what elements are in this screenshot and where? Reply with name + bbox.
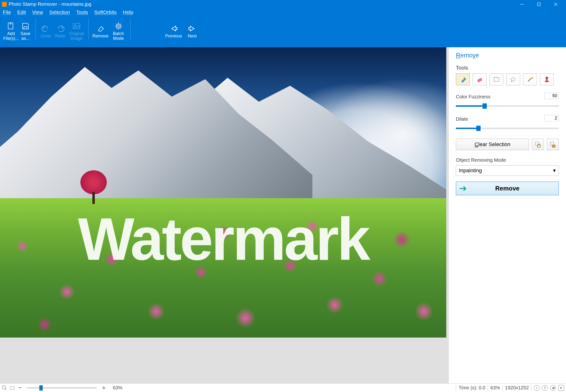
rectangle-icon xyxy=(493,76,500,83)
svg-rect-25 xyxy=(545,81,549,82)
save-icon xyxy=(21,22,30,30)
youtube-icon[interactable] xyxy=(558,385,564,391)
svg-rect-21 xyxy=(477,78,482,82)
clear-selection-button[interactable]: Clear Selection xyxy=(456,139,529,150)
zoom-icon[interactable] xyxy=(2,385,7,391)
fit-icon[interactable] xyxy=(10,385,15,391)
image-canvas[interactable]: Watermark xyxy=(0,47,448,383)
lasso-tool[interactable] xyxy=(506,73,520,85)
remove-ribbon-button[interactable]: Remove xyxy=(91,23,109,40)
svg-point-27 xyxy=(545,77,548,79)
menu-tools[interactable]: Tools xyxy=(76,9,88,15)
svg-line-24 xyxy=(528,78,531,81)
statusbar: − + 63% Time (s): 0.0 63% 1920x1252 i f xyxy=(0,383,566,392)
svg-line-18 xyxy=(120,24,121,25)
zoom-out-button[interactable]: − xyxy=(17,384,23,392)
menu-selection[interactable]: Selection xyxy=(49,9,70,15)
svg-point-23 xyxy=(511,81,512,82)
marker-tool[interactable] xyxy=(456,73,470,85)
window-controls xyxy=(514,0,564,8)
menu-file[interactable]: File xyxy=(3,9,11,15)
chevron-down-icon: ▾ xyxy=(553,168,556,174)
object-removing-mode-select[interactable]: Inpainting ▾ xyxy=(456,165,559,176)
svg-line-31 xyxy=(5,389,7,390)
maximize-button[interactable] xyxy=(530,0,547,8)
svg-line-17 xyxy=(120,28,121,28)
image-dimensions: 1920x1252 xyxy=(505,385,529,391)
undo-button[interactable]: Undo xyxy=(39,23,53,40)
gear-icon xyxy=(114,22,123,30)
sidebar: Remove Tools Color Fuzziness 50 Dilate 2 xyxy=(448,47,566,383)
color-fuzziness-label: Color Fuzziness xyxy=(456,94,490,99)
svg-rect-7 xyxy=(24,27,27,29)
dilate-value[interactable]: 2 xyxy=(544,115,559,121)
color-fuzziness-slider[interactable] xyxy=(456,105,559,107)
previous-button[interactable]: Previous xyxy=(162,23,185,40)
stamp-icon xyxy=(543,76,551,83)
save-as-button[interactable]: Save as... xyxy=(18,20,33,42)
redo-icon xyxy=(56,24,65,33)
rectangle-select-tool[interactable] xyxy=(489,73,503,85)
add-file-icon xyxy=(7,22,15,30)
undo-icon xyxy=(42,24,50,33)
svg-rect-20 xyxy=(461,78,466,82)
svg-rect-1 xyxy=(538,3,540,6)
tool-row xyxy=(456,73,559,85)
menubar: File Edit View Selection Tools SoftOrbit… xyxy=(0,8,566,16)
redo-button[interactable]: Redo xyxy=(53,23,67,40)
add-files-button[interactable]: Add File(s)... xyxy=(4,20,18,42)
original-image-button[interactable]: Original Image xyxy=(67,20,85,42)
save-selection-button[interactable] xyxy=(532,139,544,150)
eraser-tool-icon xyxy=(476,76,483,83)
time-label: Time (s): 0.0 xyxy=(458,385,485,391)
arrow-left-icon xyxy=(170,24,178,33)
menu-softorbits[interactable]: SoftOrbits xyxy=(94,9,117,15)
svg-point-11 xyxy=(118,25,119,27)
save-selection-icon xyxy=(535,141,541,148)
ribbon: Add File(s)... Save as... Undo Redo Orig… xyxy=(0,16,566,47)
load-selection-icon xyxy=(550,141,556,148)
menu-help[interactable]: Help xyxy=(123,9,133,15)
svg-point-9 xyxy=(75,25,76,26)
menu-view[interactable]: View xyxy=(32,9,43,15)
window-title: Photo Stamp Remover - mountains.jpg xyxy=(9,1,91,7)
menu-edit[interactable]: Edit xyxy=(17,9,26,15)
svg-line-16 xyxy=(116,24,117,25)
close-button[interactable] xyxy=(547,0,564,8)
twitter-icon[interactable] xyxy=(550,385,556,391)
load-selection-button[interactable] xyxy=(547,139,559,150)
wand-icon xyxy=(526,76,534,83)
next-button[interactable]: Next xyxy=(185,23,199,40)
color-fuzziness-value[interactable]: 50 xyxy=(544,93,559,99)
watermark-text: Watermark xyxy=(78,204,368,273)
svg-point-30 xyxy=(2,386,6,389)
eraser-tool[interactable] xyxy=(473,73,487,85)
zoom-in-button[interactable]: + xyxy=(101,384,107,392)
dilate-label: Dilate xyxy=(456,116,468,122)
svg-line-19 xyxy=(116,28,117,28)
batch-mode-button[interactable]: Batch Mode xyxy=(109,20,127,42)
zoom-slider[interactable] xyxy=(27,387,97,388)
tools-label: Tools xyxy=(456,65,559,71)
svg-rect-22 xyxy=(494,77,499,81)
arrow-right-icon xyxy=(188,24,197,33)
stamp-tool[interactable] xyxy=(540,73,554,85)
minimize-button[interactable] xyxy=(514,0,530,8)
canvas-pane: Watermark xyxy=(0,47,448,383)
sidebar-tab-remove[interactable]: Remove xyxy=(456,52,559,59)
image-icon xyxy=(72,22,81,30)
arrow-right-green-icon xyxy=(459,186,468,191)
facebook-icon[interactable]: f xyxy=(542,385,548,391)
object-removing-mode-label: Object Removing Mode xyxy=(456,157,559,163)
info-icon[interactable]: i xyxy=(534,385,540,391)
zoom-percent-left: 63% xyxy=(113,385,122,391)
remove-button[interactable]: Remove xyxy=(456,182,559,195)
work-area: Watermark Remove Tools Color Fuzziness 5… xyxy=(0,47,566,383)
svg-rect-32 xyxy=(10,387,14,389)
object-removing-mode-value: Inpainting xyxy=(459,168,482,174)
magic-wand-tool[interactable] xyxy=(523,73,537,85)
dilate-slider[interactable] xyxy=(456,128,559,129)
lasso-icon xyxy=(509,76,517,83)
titlebar: Photo Stamp Remover - mountains.jpg xyxy=(0,0,566,8)
zoom-percent-right: 63% xyxy=(490,385,500,391)
